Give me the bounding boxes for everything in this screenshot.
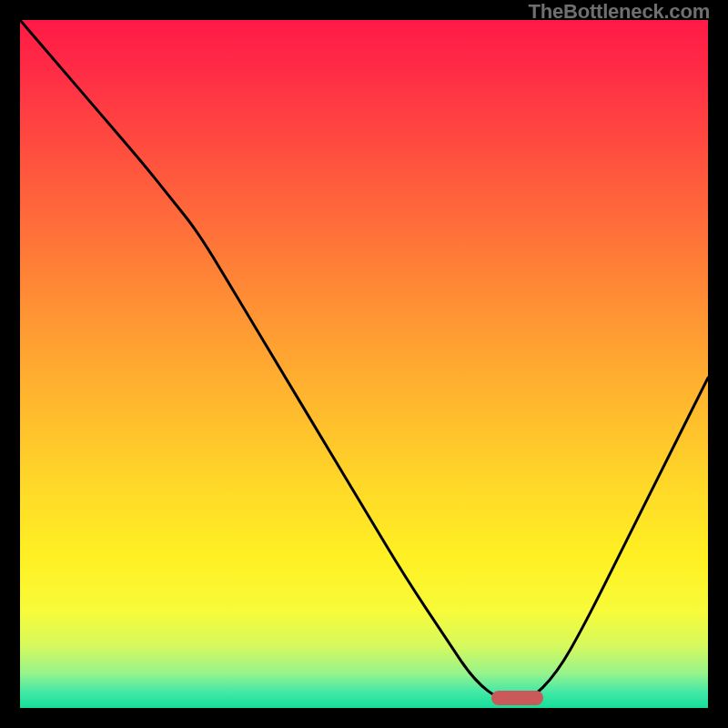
watermark-text: TheBottleneck.com: [528, 0, 710, 24]
chart-frame: [18, 18, 710, 710]
gradient-background: [20, 20, 708, 708]
svg-rect-0: [20, 20, 708, 708]
plot-area: [20, 20, 708, 708]
optimal-region-marker: [491, 691, 543, 705]
